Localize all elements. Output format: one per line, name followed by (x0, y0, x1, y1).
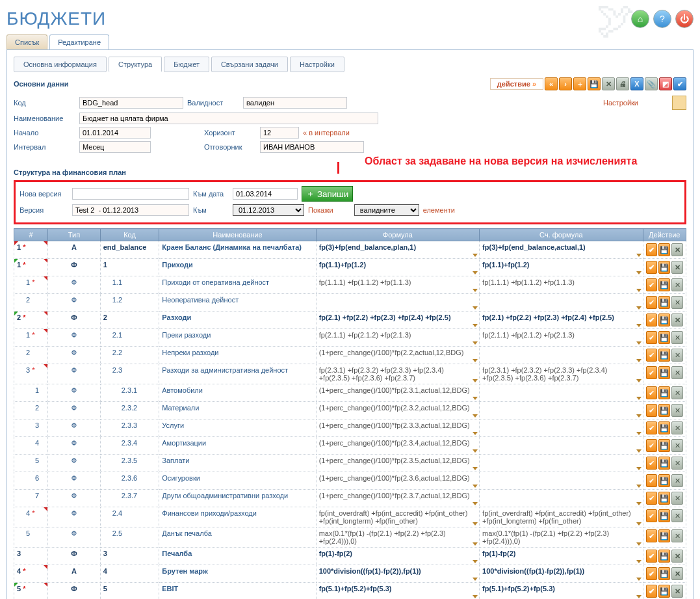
row-delete-icon[interactable]: ✕ (671, 567, 683, 580)
delete-icon[interactable]: ✕ (602, 77, 615, 90)
row-delete-icon[interactable]: ✕ (671, 386, 683, 399)
row-code[interactable]: 2 (100, 312, 159, 329)
row-name[interactable]: Амортизации (159, 437, 316, 455)
row-acc-formula[interactable] (480, 384, 643, 402)
row-delete-icon[interactable]: ✕ (671, 439, 683, 452)
row-formula[interactable]: fp(3)+fp(end_balance,plan,1) (316, 241, 479, 259)
row-formula[interactable]: fp(5.1)+fp(5.2)+fp(5.3) (316, 583, 479, 600)
row-acc-formula[interactable] (480, 347, 643, 364)
row-code[interactable]: 2.5 (100, 527, 159, 548)
to-select[interactable]: 01.12.2013 (233, 204, 304, 216)
row-acc-formula[interactable]: fp(2.1) +fp(2.2) +fp(2.3) +fp(2.4) +fp(2… (480, 312, 643, 329)
settings-checkbox[interactable] (672, 96, 686, 110)
sub-tab-structure[interactable]: Структура (109, 57, 162, 72)
row-name[interactable]: Непреки разходи (159, 347, 316, 364)
row-formula[interactable] (316, 294, 479, 312)
row-code[interactable]: 2.3.6 (100, 472, 159, 490)
row-code[interactable]: 3 (100, 548, 159, 565)
row-check-icon[interactable]: ✔ (646, 492, 658, 505)
attach-icon[interactable]: 📎 (645, 77, 658, 90)
col-type[interactable]: Тип (48, 229, 100, 241)
row-check-icon[interactable]: ✔ (646, 331, 658, 344)
row-check-icon[interactable]: ✔ (646, 366, 658, 379)
row-check-icon[interactable]: ✔ (646, 550, 658, 563)
row-name[interactable]: Приходи (159, 259, 316, 276)
row-name[interactable]: Разходи за административна дейност (159, 364, 316, 384)
row-check-icon[interactable]: ✔ (646, 474, 658, 487)
row-save-icon[interactable]: 💾 (658, 474, 670, 487)
row-formula[interactable]: (1+perc_change()/100)*fp(2.2,actual,12,B… (316, 347, 479, 364)
interval-input[interactable] (79, 141, 151, 153)
code-input[interactable] (79, 97, 183, 109)
row-acc-formula[interactable] (480, 490, 643, 507)
col-action[interactable]: Действие (643, 229, 686, 241)
home-icon[interactable]: ⌂ (631, 10, 649, 28)
row-check-icon[interactable]: ✔ (646, 349, 658, 362)
row-save-icon[interactable]: 💾 (658, 457, 670, 470)
row-name[interactable]: Краен Баланс (Динамика на печалбата) (159, 241, 316, 259)
row-check-icon[interactable]: ✔ (646, 243, 658, 256)
row-formula[interactable]: fp(1)-fp(2) (316, 548, 479, 565)
row-code[interactable]: 2.3.4 (100, 437, 159, 455)
settings-link[interactable]: Настройки (603, 99, 638, 107)
row-save-icon[interactable]: 💾 (658, 366, 670, 379)
start-input[interactable] (79, 127, 151, 139)
tab-edit[interactable]: Редактиране (49, 34, 109, 49)
row-check-icon[interactable]: ✔ (646, 529, 658, 542)
row-save-icon[interactable]: 💾 (658, 386, 670, 399)
col-code[interactable]: Код (100, 229, 159, 241)
row-save-icon[interactable]: 💾 (658, 509, 670, 522)
row-delete-icon[interactable]: ✕ (671, 278, 683, 291)
row-delete-icon[interactable]: ✕ (671, 331, 683, 344)
row-delete-icon[interactable]: ✕ (671, 509, 683, 522)
row-check-icon[interactable]: ✔ (646, 509, 658, 522)
elements-link[interactable]: елементи (423, 206, 455, 214)
row-acc-formula[interactable]: fp(1.1.1) +fp(1.1.2) +fp(1.1.3) (480, 276, 643, 294)
row-name[interactable]: Услуги (159, 419, 316, 437)
row-save-icon[interactable]: 💾 (658, 243, 670, 256)
row-save-icon[interactable]: 💾 (658, 567, 670, 580)
valid-input[interactable] (243, 97, 347, 109)
row-delete-icon[interactable]: ✕ (671, 529, 683, 542)
row-name[interactable]: Данък печалба (159, 527, 316, 548)
row-delete-icon[interactable]: ✕ (671, 474, 683, 487)
row-acc-formula[interactable]: 100*division((fp(1)-fp(2)),fp(1)) (480, 565, 643, 583)
row-save-icon[interactable]: 💾 (658, 331, 670, 344)
row-name[interactable]: Неоперативна дейност (159, 294, 316, 312)
row-name[interactable]: Материали (159, 402, 316, 419)
row-save-icon[interactable]: 💾 (658, 349, 670, 362)
excel-icon[interactable]: X (630, 77, 643, 90)
save-version-button[interactable]: ＋Запиши (302, 186, 353, 202)
row-acc-formula[interactable] (480, 419, 643, 437)
row-code[interactable]: 2.3.3 (100, 419, 159, 437)
row-acc-formula[interactable]: max(0.1*(fp(1) -(fp(2.1) +fp(2.2) +fp(2.… (480, 527, 643, 548)
new-version-input[interactable] (72, 188, 189, 200)
name-input[interactable] (79, 113, 378, 124)
sub-tab-budget[interactable]: Бюджет (164, 57, 209, 72)
action-link[interactable]: действие » (490, 78, 543, 90)
row-formula[interactable]: fp(1.1.1) +fp(1.1.2) +fp(1.1.3) (316, 276, 479, 294)
row-formula[interactable]: fp(int_overdraft) +fp(int_accredit) +fp(… (316, 507, 479, 527)
row-delete-icon[interactable]: ✕ (671, 349, 683, 362)
row-acc-formula[interactable]: fp(int_overdraft) +fp(int_accredit) +fp(… (480, 507, 643, 527)
row-code[interactable]: 2.3.1 (100, 384, 159, 402)
row-delete-icon[interactable]: ✕ (671, 421, 683, 434)
row-formula[interactable]: fp(1.1)+fp(1.2) (316, 259, 479, 276)
row-delete-icon[interactable]: ✕ (671, 313, 683, 326)
row-save-icon[interactable]: 💾 (658, 529, 670, 542)
row-acc-formula[interactable] (480, 294, 643, 312)
row-acc-formula[interactable]: fp(3)+fp(end_balance,actual,1) (480, 241, 643, 259)
row-check-icon[interactable]: ✔ (646, 278, 658, 291)
row-acc-formula[interactable] (480, 437, 643, 455)
sub-tab-tasks[interactable]: Свързани задачи (211, 57, 288, 72)
row-check-icon[interactable]: ✔ (646, 567, 658, 580)
row-formula[interactable]: (1+perc_change()/100)*fp(2.3.5,actual,12… (316, 455, 479, 472)
row-formula[interactable]: fp(2.3.1) +fp(2.3.2) +fp(2.3.3) +fp(2.3.… (316, 364, 479, 384)
sub-tab-main[interactable]: Основна информация (14, 57, 107, 72)
row-formula[interactable]: (1+perc_change()/100)*fp(2.3.3,actual,12… (316, 419, 479, 437)
show-link[interactable]: Покажи (308, 206, 333, 214)
row-check-icon[interactable]: ✔ (646, 386, 658, 399)
row-formula[interactable]: fp(2.1) +fp(2.2) +fp(2.3) +fp(2.4) +fp(2… (316, 312, 479, 329)
row-name[interactable]: Печалба (159, 548, 316, 565)
row-name[interactable]: EBIT (159, 583, 316, 600)
